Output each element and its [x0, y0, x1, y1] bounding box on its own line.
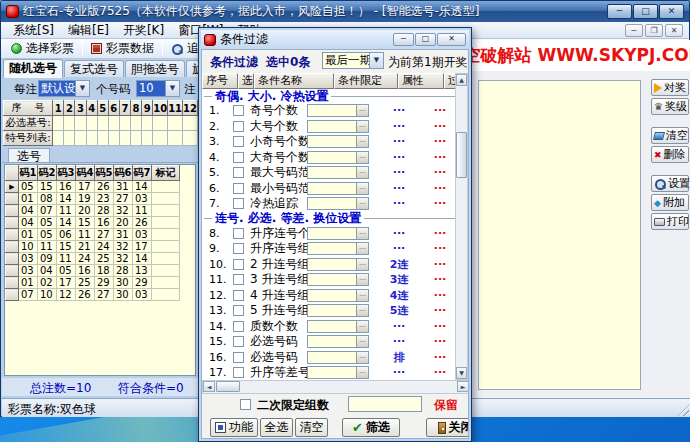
mdi-restore-icon[interactable]: ❐ — [645, 24, 663, 37]
period-combo[interactable]: 最后一期 ▼ — [322, 52, 384, 69]
grid-cell[interactable]: 01 — [19, 277, 38, 289]
filter-row-count[interactable]: ··· — [424, 165, 456, 180]
function-button[interactable]: 功能 — [210, 418, 258, 437]
filter-row-attribute[interactable]: ··· — [376, 150, 422, 165]
grid-cell[interactable]: 21 — [76, 241, 95, 253]
打印-button[interactable]: 打印 — [651, 213, 689, 230]
close-icon[interactable]: ✕ — [659, 4, 684, 19]
base-table-cell[interactable] — [168, 116, 183, 131]
filter-row-input[interactable]: … — [307, 120, 369, 133]
filter-row-count[interactable]: ··· — [424, 181, 456, 196]
grid-cell[interactable]: 14 — [57, 193, 76, 205]
ellipsis-button[interactable]: … — [356, 305, 368, 316]
grid-cell[interactable]: 11 — [76, 229, 95, 241]
ellipsis-button[interactable]: … — [356, 136, 368, 147]
grid-cell[interactable]: 27 — [95, 289, 114, 301]
filter-row-count[interactable]: ··· — [424, 303, 456, 318]
grid-cell[interactable]: 07 — [38, 205, 57, 217]
grid-cell[interactable]: 08 — [38, 193, 57, 205]
grid-cell[interactable]: 26 — [76, 289, 95, 301]
grid-cell[interactable] — [152, 289, 180, 301]
base-table-cell[interactable] — [97, 131, 108, 146]
minimize-icon[interactable]: ─ — [607, 4, 632, 19]
grid-cell[interactable]: 24 — [76, 253, 95, 265]
ellipsis-button[interactable]: … — [356, 259, 368, 270]
row-selector[interactable] — [6, 253, 19, 265]
tab-随机选号[interactable]: 随机选号 — [3, 59, 63, 78]
filter-row-attribute[interactable]: 3连 — [376, 272, 422, 287]
grid-cell[interactable]: 15 — [38, 181, 57, 193]
row-selector[interactable] — [6, 217, 19, 229]
dialog-minimize-icon[interactable]: ─ — [393, 33, 414, 46]
grid-cell[interactable]: 26 — [95, 181, 114, 193]
base-table-cell[interactable] — [108, 116, 119, 131]
filter-row-attribute[interactable]: ··· — [376, 241, 422, 256]
vertical-scrollbar[interactable]: ▲ ▼ — [455, 73, 468, 380]
grid-cell[interactable]: 03 — [133, 289, 152, 301]
ellipsis-button[interactable]: … — [356, 290, 368, 301]
row-selector[interactable] — [6, 265, 19, 277]
grid-cell[interactable] — [152, 265, 180, 277]
resize-grip[interactable] — [676, 403, 689, 416]
设置-button[interactable]: 设置 — [651, 175, 689, 192]
grid-cell[interactable]: 03 — [19, 253, 38, 265]
row-selector[interactable] — [6, 205, 19, 217]
filter-row-count[interactable]: ··· — [424, 226, 456, 241]
scrollbar-thumb[interactable] — [216, 381, 240, 392]
filter-row-checkbox[interactable] — [233, 198, 244, 209]
奖级-button[interactable]: 奖级 — [651, 98, 689, 115]
filter-row-checkbox[interactable] — [233, 367, 244, 378]
row-selector[interactable] — [6, 277, 19, 289]
grid-cell[interactable]: 03 — [133, 193, 152, 205]
grid-cell[interactable]: 28 — [95, 205, 114, 217]
filter-row-checkbox[interactable] — [233, 274, 244, 285]
scroll-right-icon[interactable]: ► — [457, 381, 469, 392]
filter-row-count[interactable]: ··· — [424, 241, 456, 256]
grid-cell[interactable]: 17 — [57, 277, 76, 289]
filter-button[interactable]: 筛选 — [342, 418, 400, 437]
filter-row-attribute[interactable]: 4连 — [376, 288, 422, 303]
base-table-cell[interactable] — [142, 131, 153, 146]
filter-row-count[interactable]: ··· — [424, 196, 456, 211]
grid-cell[interactable]: 19 — [76, 193, 95, 205]
ellipsis-button[interactable]: … — [356, 152, 368, 163]
删除-button[interactable]: 删除 — [651, 146, 689, 163]
filter-row-count[interactable]: ··· — [424, 288, 456, 303]
horizontal-scrollbar[interactable]: ◄ ► — [202, 380, 469, 394]
filter-row-input[interactable]: … — [307, 227, 369, 240]
filter-row-attribute[interactable]: 排 — [376, 350, 422, 365]
filter-row-attribute[interactable]: ··· — [376, 319, 422, 334]
grid-cell[interactable]: 15 — [57, 241, 76, 253]
grid-cell[interactable] — [152, 217, 180, 229]
grid-cell[interactable]: 15 — [76, 217, 95, 229]
grid-cell[interactable]: 05 — [38, 229, 57, 241]
scroll-left-icon[interactable]: ◄ — [203, 381, 215, 392]
filter-row-attribute[interactable]: ··· — [376, 119, 422, 134]
grid-cell[interactable] — [152, 241, 180, 253]
base-table-cell[interactable] — [53, 116, 64, 131]
toolbar-button-1[interactable]: 选择彩票 — [5, 40, 80, 58]
grid-cell[interactable]: 05 — [19, 181, 38, 193]
grid-cell[interactable]: 16 — [76, 265, 95, 277]
ellipsis-button[interactable]: … — [356, 121, 368, 132]
grid-cell[interactable] — [152, 205, 180, 217]
subtab-select-number[interactable]: 选号 — [8, 148, 50, 163]
grid-cell[interactable]: 23 — [95, 193, 114, 205]
filter-row-checkbox[interactable] — [233, 121, 244, 132]
base-table-cell[interactable] — [153, 131, 168, 146]
grid-cell[interactable]: 16 — [95, 217, 114, 229]
base-table-cell[interactable] — [86, 116, 97, 131]
filter-row-input[interactable]: … — [307, 151, 369, 164]
grid-cell[interactable]: 09 — [38, 253, 57, 265]
grid-cell[interactable] — [152, 181, 180, 193]
grid-cell[interactable]: 28 — [114, 265, 133, 277]
grid-cell[interactable]: 14 — [133, 253, 152, 265]
grid-cell[interactable]: 03 — [19, 265, 38, 277]
select-all-button[interactable]: 全选 — [260, 418, 293, 437]
filter-row-checkbox[interactable] — [233, 290, 244, 301]
base-table-cell[interactable] — [131, 116, 142, 131]
grid-cell[interactable]: 11 — [38, 241, 57, 253]
grid-cell[interactable]: 27 — [114, 193, 133, 205]
tab-胆拖选号[interactable]: 胆拖选号 — [125, 60, 185, 77]
filter-row-attribute[interactable]: ··· — [376, 196, 422, 211]
